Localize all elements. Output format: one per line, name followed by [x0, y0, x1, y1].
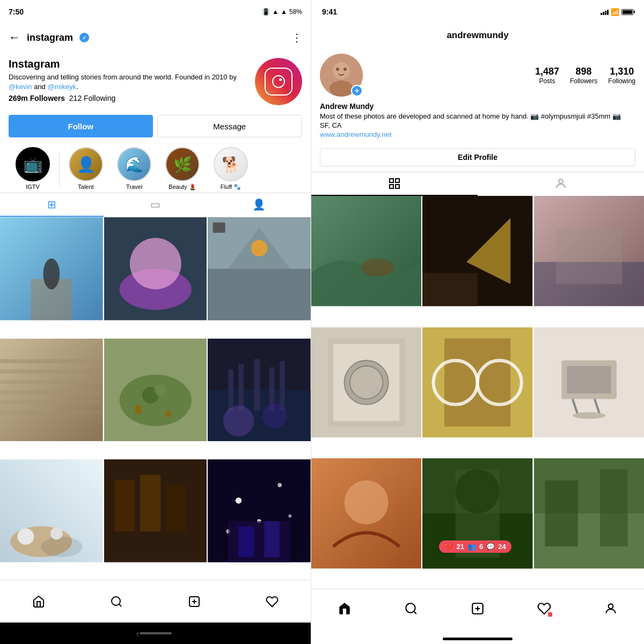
grid-cell-9[interactable]	[208, 459, 311, 562]
more-menu-button[interactable]: ⋮	[291, 31, 302, 44]
svg-rect-7	[208, 269, 311, 320]
bar-4	[607, 10, 609, 15]
grid-cell-r9[interactable]	[534, 458, 644, 568]
svg-rect-23	[166, 411, 171, 417]
grid-cell-r2[interactable]	[422, 196, 532, 306]
grid-cell-r6[interactable]	[534, 327, 644, 437]
grid-icon-right	[388, 177, 401, 190]
svg-rect-62	[396, 179, 399, 182]
svg-point-67	[361, 259, 394, 276]
people-count: 6	[479, 543, 483, 551]
avatar-right: +	[320, 54, 363, 97]
photo-grid-right: ❤️ 21 👥 6 💬 24	[311, 196, 644, 589]
grid-cell-r1[interactable]	[311, 196, 421, 306]
nav-profile-right[interactable]	[604, 602, 618, 616]
grid-cell-4[interactable]	[0, 339, 103, 442]
nav-home-left[interactable]	[32, 595, 45, 608]
nav-add-left[interactable]	[188, 595, 201, 608]
phone-right: 9:41 📶 andrewmundy	[311, 0, 644, 644]
grid-cell-2[interactable]	[104, 217, 207, 320]
edit-profile-button[interactable]: Edit Profile	[320, 148, 635, 166]
svg-point-2	[43, 259, 60, 289]
nav-add-right[interactable]	[471, 602, 485, 616]
comments-count: 24	[498, 543, 506, 551]
svg-point-88	[573, 412, 606, 419]
svg-rect-16	[0, 400, 103, 405]
bar-1	[601, 13, 602, 15]
stat-following-label: Following	[608, 77, 635, 85]
stat-followers-value: 898	[576, 66, 592, 77]
grid-cell-7[interactable]	[0, 459, 103, 562]
profile-section-left: Instagram Discovering and telling storie…	[0, 52, 311, 109]
back-gesture[interactable]: ‹	[136, 628, 140, 639]
heart-dot	[548, 612, 552, 617]
tab-grid-right[interactable]	[311, 172, 478, 196]
nav-search-right[interactable]	[404, 602, 418, 616]
tagged-icon-right	[554, 177, 567, 190]
svg-rect-41	[166, 485, 186, 531]
profile-section-right: + 1,487 Posts 898 Followers 1,310 Follow…	[311, 47, 644, 143]
profile-link-right[interactable]: www.andrewmundy.net	[320, 130, 635, 138]
stat-following-value: 1,310	[610, 66, 634, 77]
tabs-right	[311, 172, 644, 196]
tabs-row-left: ⊞ ▭ 👤	[0, 193, 311, 217]
grid-cell-3[interactable]	[208, 217, 311, 320]
svg-rect-64	[396, 185, 399, 188]
svg-point-78	[350, 366, 383, 399]
grid-cell-r3[interactable]	[534, 196, 644, 306]
likes-count: 21	[456, 543, 464, 551]
stats-right: 1,487 Posts 898 Followers 1,310 Followin…	[535, 66, 635, 85]
bar-2	[603, 12, 604, 15]
story-igtv[interactable]: 📺 IGTV	[9, 147, 57, 191]
nav-heart-left[interactable]	[266, 595, 279, 608]
svg-point-9	[251, 240, 268, 257]
profile-top-right: + 1,487 Posts 898 Followers 1,310 Follow…	[320, 54, 635, 97]
grid-cell-r4[interactable]	[311, 327, 421, 437]
story-talent[interactable]: 👤 Talent	[62, 147, 110, 191]
action-buttons-left: Follow Message	[0, 109, 311, 143]
battery-icon-right	[621, 9, 633, 15]
story-divider	[59, 152, 60, 186]
username-title-right: andrewmundy	[447, 30, 508, 41]
svg-rect-97	[545, 480, 578, 546]
nav-heart-right[interactable]	[537, 602, 551, 616]
status-bar-right: 9:41 📶	[311, 0, 644, 24]
story-travel[interactable]: 🌊 Travel	[110, 147, 158, 191]
svg-rect-30	[280, 361, 285, 411]
svg-point-32	[262, 403, 287, 428]
stat-followers: 898 Followers	[570, 66, 597, 85]
svg-rect-13	[0, 369, 103, 374]
grid-icon-left: ⊞	[47, 198, 56, 211]
svg-rect-12	[0, 359, 103, 363]
story-circle-fluff: 🐕	[214, 147, 248, 181]
svg-rect-17	[0, 411, 103, 415]
svg-rect-48	[229, 521, 290, 562]
tab-grid-left[interactable]: ⊞	[0, 193, 104, 217]
story-beauty[interactable]: 🌿 Beauty 💄	[158, 147, 207, 191]
tab-tagged-left[interactable]: 👤	[207, 193, 311, 217]
story-circle-travel: 🌊	[117, 147, 151, 181]
header-left-inner: ← instagram ✓	[9, 31, 89, 45]
back-button[interactable]: ←	[9, 31, 20, 45]
insta-circle	[272, 75, 285, 88]
tagged-icon-left: 👤	[252, 198, 266, 211]
header-right: andrewmundy	[311, 24, 644, 47]
tab-reels-left[interactable]: ▭	[104, 193, 207, 217]
tab-tagged-right[interactable]	[478, 172, 644, 196]
svg-rect-73	[556, 229, 622, 284]
grid-cell-r5[interactable]	[422, 327, 532, 437]
grid-cell-6[interactable]	[208, 339, 311, 442]
svg-point-60	[343, 68, 347, 71]
grid-cell-8[interactable]	[104, 459, 207, 562]
message-button[interactable]: Message	[157, 115, 303, 137]
nav-search-left[interactable]	[110, 595, 123, 608]
nav-home-right[interactable]	[338, 602, 352, 616]
story-fluff[interactable]: 🐕 Fluff 🐾	[207, 147, 255, 191]
grid-cell-r8[interactable]: ❤️ 21 👥 6 💬 24	[422, 458, 532, 568]
grid-cell-r7[interactable]	[311, 458, 421, 568]
grid-cell-5[interactable]	[104, 339, 207, 442]
avatar-add-button[interactable]: +	[351, 85, 363, 97]
follow-button[interactable]: Follow	[9, 115, 153, 137]
insta-logo	[265, 68, 292, 96]
grid-cell-1[interactable]	[0, 217, 103, 320]
